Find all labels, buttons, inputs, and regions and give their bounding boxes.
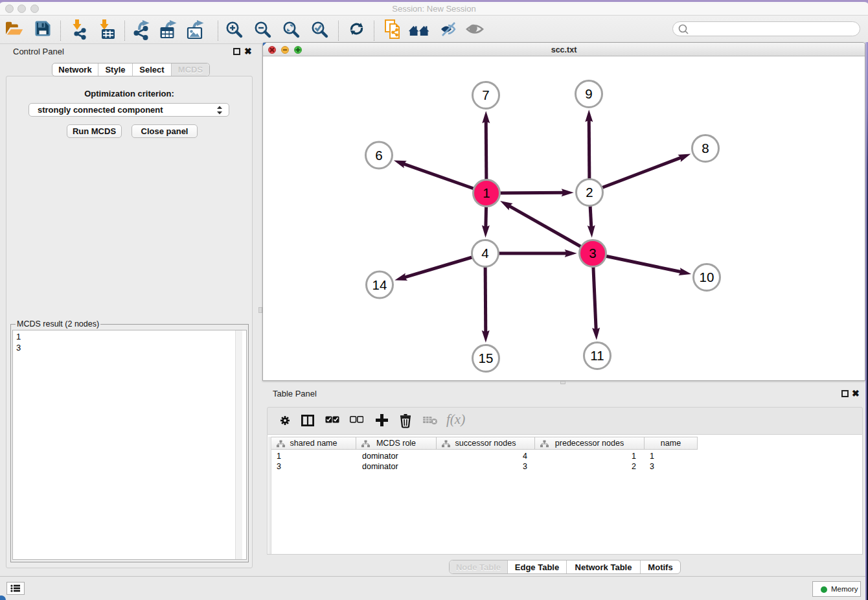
svg-text:3: 3 (589, 246, 596, 260)
svg-text:11: 11 (590, 348, 604, 363)
svg-text:4: 4 (481, 246, 488, 260)
svg-text:8: 8 (702, 141, 709, 156)
svg-text:2: 2 (586, 185, 593, 200)
svg-text:15: 15 (479, 351, 494, 365)
svg-text:9: 9 (585, 86, 592, 101)
svg-text:6: 6 (375, 148, 382, 163)
svg-text:14: 14 (372, 277, 387, 292)
svg-text:7: 7 (482, 87, 489, 102)
svg-text:1: 1 (483, 185, 490, 200)
svg-text:10: 10 (700, 270, 714, 284)
